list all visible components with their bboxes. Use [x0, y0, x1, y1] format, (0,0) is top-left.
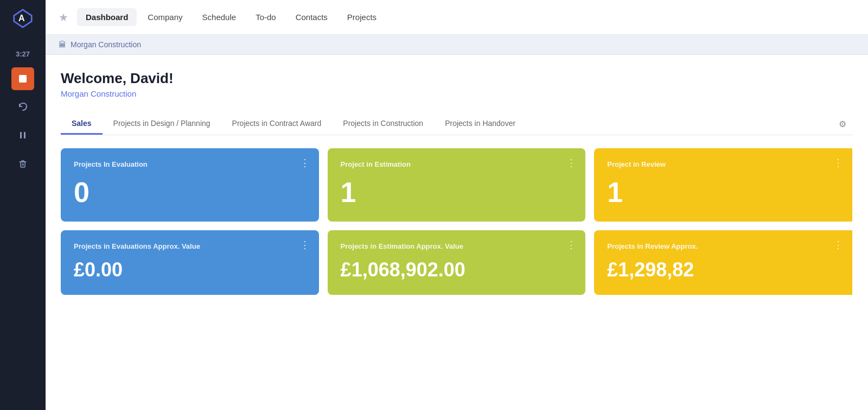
- app-logo: A: [11, 7, 35, 30]
- card-evaluation: Projects In Evaluation 0: [61, 148, 319, 222]
- tab-construction[interactable]: Projects in Construction: [332, 113, 434, 135]
- card-rev-val-value: £1,298,82: [607, 260, 839, 280]
- card-review-title: Project in Review: [607, 160, 839, 168]
- svg-rect-3: [20, 132, 22, 138]
- main-nav: Dashboard Company Schedule To-do Contact…: [77, 8, 385, 26]
- favorite-star[interactable]: ★: [59, 11, 68, 24]
- card-rev-val-menu[interactable]: [833, 240, 844, 250]
- card-estimation: Project in Estimation 1: [328, 148, 586, 222]
- content-area: Welcome, David! Morgan Construction Sale…: [46, 55, 868, 410]
- tab-sales[interactable]: Sales: [61, 113, 103, 135]
- top-navigation: ★ Dashboard Company Schedule To-do Conta…: [46, 0, 868, 35]
- nav-projects[interactable]: Projects: [339, 8, 385, 26]
- pause-button[interactable]: [11, 124, 34, 147]
- card-evaluation-title: Projects In Evaluation: [74, 160, 306, 168]
- card-est-val-value: £1,068,902.00: [341, 260, 573, 280]
- breadcrumb-bar: 🏛 Morgan Construction: [46, 35, 868, 55]
- cards-row-2: Projects in Evaluations Approx. Value £0…: [61, 230, 853, 295]
- cards-row-1: Projects In Evaluation 0 Project in Esti…: [61, 148, 853, 222]
- svg-rect-4: [24, 132, 25, 138]
- nav-dashboard[interactable]: Dashboard: [77, 8, 137, 26]
- nav-contacts[interactable]: Contacts: [287, 8, 336, 26]
- breadcrumb-icon: 🏛: [59, 40, 66, 49]
- tab-handover[interactable]: Projects in Handover: [434, 113, 526, 135]
- nav-company[interactable]: Company: [139, 8, 191, 26]
- company-name: Morgan Construction: [61, 89, 853, 98]
- card-review-menu[interactable]: [833, 158, 844, 168]
- undo-button[interactable]: [11, 96, 34, 118]
- settings-gear-icon[interactable]: ⚙: [832, 113, 853, 135]
- card-review-value-card: Projects in Review Approx. £1,298,82: [594, 230, 852, 295]
- card-review: Project in Review 1: [594, 148, 852, 222]
- welcome-title: Welcome, David!: [61, 70, 853, 87]
- main-content: ★ Dashboard Company Schedule To-do Conta…: [46, 0, 868, 410]
- card-estimation-value-card: Projects in Estimation Approx. Value £1,…: [328, 230, 586, 295]
- card-review-value: 1: [607, 178, 839, 206]
- card-eval-val-value: £0.00: [74, 260, 306, 280]
- sidebar: A 3:27: [0, 0, 46, 410]
- card-evaluation-value-card: Projects in Evaluations Approx. Value £0…: [61, 230, 319, 295]
- svg-rect-5: [21, 162, 25, 167]
- card-estimation-value: 1: [341, 178, 573, 206]
- tab-contract-award[interactable]: Projects in Contract Award: [221, 113, 333, 135]
- nav-todo[interactable]: To-do: [247, 8, 285, 26]
- nav-schedule[interactable]: Schedule: [194, 8, 245, 26]
- card-est-val-title: Projects in Estimation Approx. Value: [341, 242, 573, 250]
- card-est-val-menu[interactable]: [566, 240, 577, 250]
- breadcrumb-text: Morgan Construction: [71, 40, 141, 49]
- card-estimation-menu[interactable]: [566, 158, 577, 168]
- trash-button[interactable]: [11, 152, 34, 175]
- tab-design-planning[interactable]: Projects in Design / Planning: [103, 113, 221, 135]
- card-evaluation-menu[interactable]: [300, 158, 310, 168]
- svg-text:A: A: [18, 13, 25, 23]
- dashboard-tabs: Sales Projects in Design / Planning Proj…: [61, 113, 853, 135]
- card-estimation-title: Project in Estimation: [341, 160, 573, 168]
- card-evaluation-value: 0: [74, 178, 306, 206]
- card-eval-val-title: Projects in Evaluations Approx. Value: [74, 242, 306, 250]
- svg-rect-2: [19, 75, 27, 83]
- card-eval-val-menu[interactable]: [300, 240, 310, 250]
- sidebar-time: 3:27: [16, 50, 30, 58]
- card-rev-val-title: Projects in Review Approx.: [607, 242, 839, 250]
- orange-button[interactable]: [11, 67, 34, 90]
